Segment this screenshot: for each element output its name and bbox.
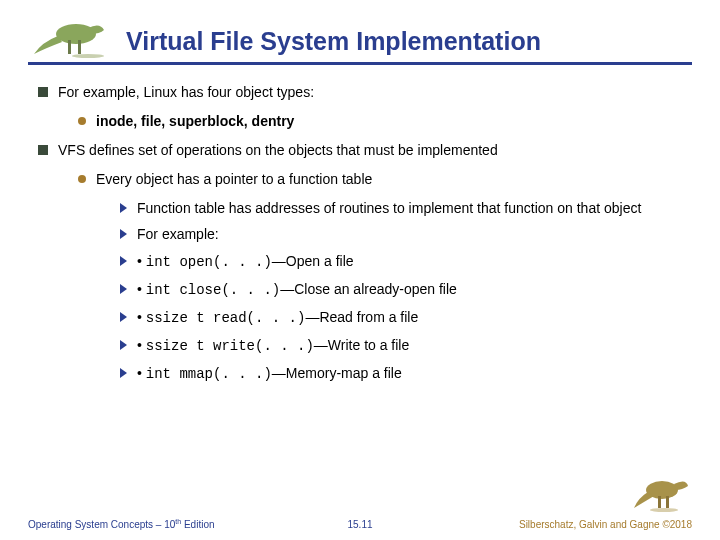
bullet-lvl2: inode, file, superblock, dentry: [78, 112, 692, 131]
footer-left: Operating System Concepts – 10th Edition: [28, 518, 215, 530]
slide: Virtual File System Implementation For e…: [0, 0, 720, 384]
bullet-text: For example, Linux has four object types…: [58, 83, 314, 102]
svg-point-3: [72, 54, 104, 58]
bullet-text: • ssize t read(. . .)—Read from a file: [137, 308, 418, 328]
square-bullet-icon: [38, 87, 48, 97]
bullet-lvl3: • ssize t read(. . .)—Read from a file: [120, 308, 692, 328]
dot-bullet-icon: [78, 175, 86, 183]
bullet-lvl1: VFS defines set of operations on the obj…: [38, 141, 692, 160]
bullet-lvl3: Function table has addresses of routines…: [120, 199, 692, 218]
bullet-lvl3: • int open(. . .)—Open a file: [120, 252, 692, 272]
header: Virtual File System Implementation: [28, 14, 692, 65]
dinosaur-top-icon: [28, 14, 106, 58]
bullet-text: Function table has addresses of routines…: [137, 199, 641, 218]
svg-point-7: [650, 508, 678, 512]
triangle-bullet-icon: [120, 203, 127, 213]
footer-copyright: Silberschatz, Galvin and Gagne ©2018: [519, 519, 692, 530]
bullet-text: • int close(. . .)—Close an already-open…: [137, 280, 457, 300]
bullet-text: inode, file, superblock, dentry: [96, 112, 294, 131]
triangle-bullet-icon: [120, 229, 127, 239]
bullet-lvl3: • ssize t write(. . .)—Write to a file: [120, 336, 692, 356]
bullet-text: • int mmap(. . .)—Memory-map a file: [137, 364, 402, 384]
svg-rect-6: [666, 496, 669, 508]
svg-rect-2: [78, 40, 81, 54]
triangle-bullet-icon: [120, 368, 127, 378]
dot-bullet-icon: [78, 117, 86, 125]
bullet-text: • ssize t write(. . .)—Write to a file: [137, 336, 409, 356]
footer: Operating System Concepts – 10th Edition…: [0, 518, 720, 530]
triangle-bullet-icon: [120, 312, 127, 322]
content-area: For example, Linux has four object types…: [28, 83, 692, 384]
svg-rect-5: [658, 496, 661, 508]
slide-title: Virtual File System Implementation: [126, 27, 541, 58]
bullet-lvl3: For example:: [120, 225, 692, 244]
dinosaur-bottom-icon: [632, 472, 690, 512]
square-bullet-icon: [38, 145, 48, 155]
bullet-text: VFS defines set of operations on the obj…: [58, 141, 498, 160]
triangle-bullet-icon: [120, 256, 127, 266]
footer-page-number: 15.11: [347, 519, 372, 530]
bullet-lvl3: • int close(. . .)—Close an already-open…: [120, 280, 692, 300]
triangle-bullet-icon: [120, 340, 127, 350]
bullet-text: • int open(. . .)—Open a file: [137, 252, 354, 272]
bullet-text: Every object has a pointer to a function…: [96, 170, 372, 189]
svg-rect-1: [68, 40, 71, 54]
bullet-lvl2: Every object has a pointer to a function…: [78, 170, 692, 189]
bullet-text: For example:: [137, 225, 219, 244]
triangle-bullet-icon: [120, 284, 127, 294]
bullet-lvl1: For example, Linux has four object types…: [38, 83, 692, 102]
bullet-lvl3: • int mmap(. . .)—Memory-map a file: [120, 364, 692, 384]
